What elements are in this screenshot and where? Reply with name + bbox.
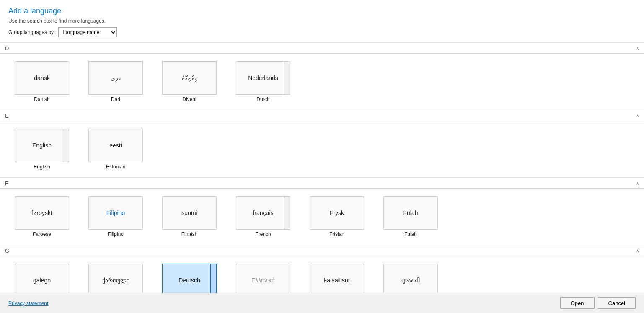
language-item-fulah[interactable]: FulahFulah — [377, 196, 444, 237]
language-grid-e: EnglishEnglisheestiEstonian — [0, 121, 644, 177]
language-name-fulah: Fulah — [404, 231, 417, 237]
language-flag-dutch: Nederlands — [236, 61, 290, 95]
language-flag-divehi: ދިވެހިފޮތް — [162, 61, 217, 95]
group-by-label: Group languages by: — [8, 29, 55, 35]
dialog-footer: Privacy statement Open Cancel — [0, 293, 644, 313]
language-grid-d: danskDanishدریDariދިވެހިފޮތްDivehiNederl… — [0, 54, 644, 110]
language-flag-english: English — [15, 129, 69, 162]
language-flag-faroese: føroyskt — [15, 196, 69, 230]
language-flag-fulah: Fulah — [383, 196, 438, 230]
section-header-g[interactable]: G ∧ — [0, 245, 644, 256]
language-item-french[interactable]: françaisFrench — [230, 196, 297, 237]
language-flag-georgian: ქართული — [88, 264, 143, 293]
open-button[interactable]: Open — [560, 297, 595, 309]
language-native-filipino: Filipino — [105, 208, 127, 218]
language-name-frisian: Frisian — [329, 231, 344, 237]
language-flag-danish: dansk — [15, 61, 69, 95]
language-item-danish[interactable]: danskDanish — [8, 61, 75, 102]
language-item-greek[interactable]: ΕλληνικάGreek — [230, 264, 297, 293]
language-native-danish: dansk — [32, 73, 51, 83]
language-name-faroese: Faroese — [33, 231, 51, 237]
language-native-finnish: suomi — [180, 208, 199, 218]
section-letter: E — [5, 113, 9, 119]
language-name-danish: Danish — [34, 96, 49, 102]
language-item-dutch[interactable]: NederlandsDutch — [230, 61, 297, 102]
language-native-georgian: ქართული — [101, 275, 131, 285]
group-by-select[interactable]: Language name Script Region — [58, 27, 117, 37]
language-flag-filipino: Filipino — [88, 196, 143, 230]
section-letter: D — [5, 45, 9, 52]
language-item-divehi[interactable]: ދިވެހިފޮތްDivehi — [156, 61, 223, 102]
language-flag-gujarati: ગુજરાતી — [383, 264, 438, 293]
language-item-english[interactable]: EnglishEnglish — [8, 129, 75, 170]
language-flag-frisian: Frysk — [310, 196, 364, 230]
language-flag-greek: Ελληνικά — [236, 264, 290, 293]
language-item-gujarati[interactable]: ગુજરાતીGujarati — [377, 264, 444, 293]
language-name-divehi: Divehi — [182, 96, 196, 102]
section-f: F ∧ føroysktFaroeseFilipinoFilipinosuomi… — [0, 178, 644, 245]
language-flag-greenlandic: kalaallisut — [310, 264, 364, 293]
language-native-faroese: føroyskt — [30, 208, 54, 218]
language-name-french: French — [255, 231, 271, 237]
language-item-faroese[interactable]: føroysktFaroese — [8, 196, 75, 237]
section-d: D ∧ danskDanishدریDariދިވެހިފޮތްDivehiNe… — [0, 43, 644, 110]
privacy-link[interactable]: Privacy statement — [8, 300, 48, 306]
section-header-e[interactable]: E ∧ — [0, 110, 644, 121]
language-name-english: English — [34, 164, 50, 170]
language-native-german: Deutsch — [177, 275, 202, 285]
section-g: G ∧ galegoGalicianქართულიGeorgianDeutsch… — [0, 245, 644, 293]
section-header-f[interactable]: F ∧ — [0, 178, 644, 189]
collapse-icon: ∧ — [636, 114, 639, 118]
language-item-georgian[interactable]: ქართულიGeorgian — [82, 264, 149, 293]
language-item-greenlandic[interactable]: kalaallisutGreenlandic — [303, 264, 370, 293]
dialog-title: Add a language — [8, 7, 636, 16]
language-item-frisian[interactable]: FryskFrisian — [303, 196, 370, 237]
language-item-estonian[interactable]: eestiEstonian — [82, 129, 149, 170]
dialog-subtitle: Use the search box to find more language… — [8, 18, 636, 24]
language-name-dutch: Dutch — [256, 96, 269, 102]
language-native-dutch: Nederlands — [246, 73, 280, 83]
language-name-dari: Dari — [111, 96, 120, 102]
language-content-area[interactable]: D ∧ danskDanishدریDariދިވެހިފޮތްDivehiNe… — [0, 42, 644, 293]
language-item-finnish[interactable]: suomiFinnish — [156, 196, 223, 237]
language-flag-german: Deutsch — [162, 264, 217, 293]
cancel-button[interactable]: Cancel — [598, 297, 636, 309]
collapse-icon: ∧ — [636, 248, 639, 253]
language-native-english: English — [31, 140, 53, 150]
language-native-gujarati: ગુજરાતી — [399, 275, 422, 286]
add-language-dialog: Add a language Use the search box to fin… — [0, 0, 644, 313]
language-grid-f: føroysktFaroeseFilipinoFilipinosuomiFinn… — [0, 189, 644, 245]
language-flag-galician: galego — [15, 264, 69, 293]
language-native-french: français — [251, 208, 275, 218]
section-letter: F — [5, 180, 8, 186]
section-letter: G — [5, 248, 9, 254]
collapse-icon: ∧ — [636, 181, 639, 186]
language-native-estonian: eesti — [108, 140, 124, 150]
language-native-dari: دری — [109, 73, 122, 83]
language-native-greek: Ελληνικά — [250, 275, 277, 285]
collapse-icon: ∧ — [636, 46, 639, 51]
language-flag-estonian: eesti — [88, 129, 143, 162]
language-flag-dari: دری — [88, 61, 143, 95]
group-by-row: Group languages by: Language name Script… — [8, 27, 636, 37]
language-native-galician: galego — [31, 275, 52, 285]
footer-buttons: Open Cancel — [560, 297, 636, 309]
language-item-dari[interactable]: دریDari — [82, 61, 149, 102]
section-e: E ∧ EnglishEnglisheestiEstonian — [0, 110, 644, 178]
language-native-frisian: Frysk — [328, 208, 346, 218]
language-flag-finnish: suomi — [162, 196, 217, 230]
section-header-d[interactable]: D ∧ — [0, 43, 644, 54]
dialog-header: Add a language Use the search box to fin… — [0, 0, 644, 42]
language-item-galician[interactable]: galegoGalician — [8, 264, 75, 293]
language-grid-g: galegoGalicianქართულიGeorgianDeutschGerm… — [0, 256, 644, 293]
language-item-german[interactable]: DeutschGerman — [156, 264, 223, 293]
language-item-filipino[interactable]: FilipinoFilipino — [82, 196, 149, 237]
language-name-finnish: Finnish — [181, 231, 198, 237]
language-name-filipino: Filipino — [108, 231, 124, 237]
language-native-fulah: Fulah — [401, 208, 419, 218]
language-flag-french: français — [236, 196, 290, 230]
language-native-divehi: ދިވެހިފޮތް — [180, 73, 199, 83]
language-name-estonian: Estonian — [106, 164, 126, 170]
language-native-greenlandic: kalaallisut — [322, 275, 351, 285]
